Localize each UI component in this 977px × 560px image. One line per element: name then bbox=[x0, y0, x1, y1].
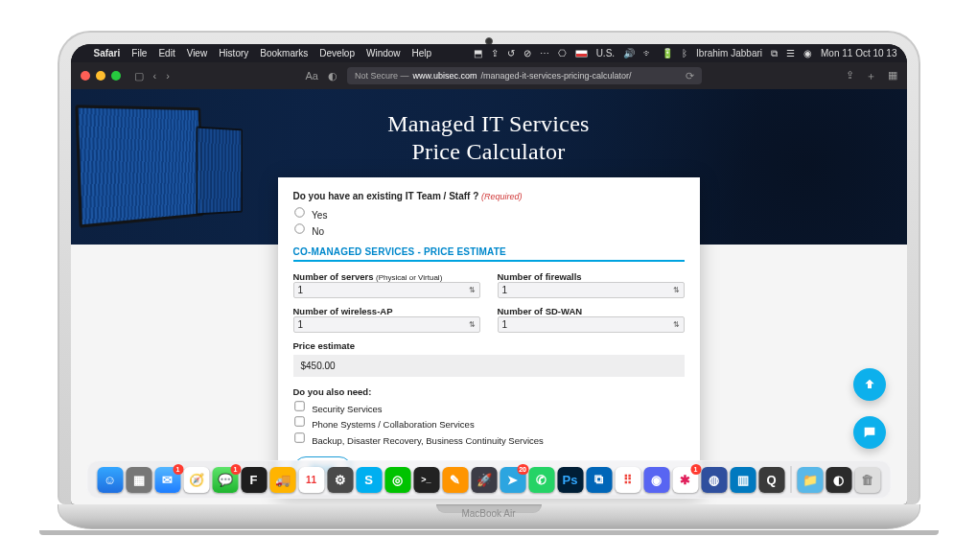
reload-icon[interactable]: ⟳ bbox=[686, 70, 694, 82]
dock-terminal[interactable]: >_ bbox=[413, 467, 439, 493]
dock-figma[interactable]: F bbox=[241, 467, 267, 493]
chevron-updown-icon: ⇅ bbox=[673, 320, 680, 329]
sidebar-toggle-icon[interactable]: ▢ bbox=[134, 70, 144, 82]
menu-window[interactable]: Window bbox=[366, 48, 401, 58]
price-value: $450.00 bbox=[293, 355, 685, 377]
sync-icon[interactable]: ↺ bbox=[507, 48, 515, 58]
window-minimize-button[interactable] bbox=[96, 71, 105, 81]
dock-folder[interactable]: 📁 bbox=[797, 467, 823, 493]
question-it-team: Do you have an existing IT Team / Staff … bbox=[293, 191, 685, 201]
back-button[interactable]: ‹ bbox=[153, 70, 157, 82]
status-icon[interactable]: ⬒ bbox=[474, 48, 482, 58]
dock-telegram[interactable]: ➤20 bbox=[500, 467, 525, 493]
dock-whatsapp[interactable]: ✆ bbox=[528, 467, 554, 493]
shield-icon[interactable]: ◐ bbox=[328, 70, 337, 82]
dock-vscode[interactable]: ⧉ bbox=[586, 467, 612, 493]
dock-launchpad[interactable]: ▦ bbox=[126, 467, 151, 493]
dock-pages[interactable]: ✎ bbox=[442, 467, 468, 493]
chk-backup[interactable]: Backup, Disaster Recovery, Business Cont… bbox=[293, 432, 685, 447]
dock-rocket[interactable]: 🚀 bbox=[471, 467, 497, 493]
status-icon[interactable]: ⎔ bbox=[558, 48, 567, 58]
calculator-card: Do you have an existing IT Team / Staff … bbox=[278, 177, 700, 497]
siri-icon[interactable]: ◉ bbox=[803, 48, 812, 58]
status-icon[interactable]: ⊘ bbox=[523, 48, 531, 58]
control-center-icon[interactable]: ☰ bbox=[786, 48, 795, 58]
dock-trash[interactable]: 🗑 bbox=[854, 467, 880, 493]
sdwan-select[interactable]: 1⇅ bbox=[498, 316, 685, 333]
clock[interactable]: Mon 11 Oct 10 13 bbox=[821, 48, 897, 58]
menu-develop[interactable]: Develop bbox=[319, 48, 355, 58]
badge: 20 bbox=[517, 464, 528, 475]
dock-github[interactable]: ◐ bbox=[826, 467, 851, 493]
radio-no[interactable]: No bbox=[293, 222, 685, 239]
dock-anydesk[interactable]: ⠿ bbox=[615, 467, 640, 493]
menu-bookmarks[interactable]: Bookmarks bbox=[260, 48, 308, 58]
badge: 1 bbox=[690, 464, 701, 475]
dock-mail[interactable]: ✉1 bbox=[154, 467, 180, 493]
required-label: (Required) bbox=[481, 192, 523, 201]
dock-slack[interactable]: ✱1 bbox=[672, 467, 698, 493]
servers-select[interactable]: 1⇅ bbox=[293, 282, 480, 298]
chevron-updown-icon: ⇅ bbox=[469, 286, 476, 294]
menu-help[interactable]: Help bbox=[412, 48, 432, 58]
laptop-label: MacBook Air bbox=[461, 508, 515, 519]
dock-skype[interactable]: S bbox=[356, 467, 382, 493]
input-lang[interactable]: U.S. bbox=[596, 48, 615, 58]
price-label: Price estimate bbox=[293, 340, 685, 351]
page-content: Managed IT Services Price Calculator Do … bbox=[71, 89, 907, 504]
menu-view[interactable]: View bbox=[187, 48, 208, 58]
bluetooth-icon[interactable]: ᛒ bbox=[682, 48, 687, 58]
flag-icon[interactable] bbox=[575, 50, 588, 58]
dock-tweetbot[interactable]: ◍ bbox=[701, 467, 727, 493]
macos-menubar: Safari File Edit View History Bookmarks … bbox=[71, 44, 907, 62]
scroll-top-button[interactable] bbox=[853, 368, 886, 401]
dropbox-icon[interactable]: ⇪ bbox=[491, 48, 499, 58]
dock-safari[interactable]: 🧭 bbox=[183, 467, 209, 493]
url-path: /managed-it-services-pricing-calculator/ bbox=[480, 71, 631, 81]
screen-icon[interactable]: ⧉ bbox=[771, 48, 778, 59]
firewalls-select[interactable]: 1⇅ bbox=[498, 282, 685, 298]
menu-file[interactable]: File bbox=[131, 48, 147, 58]
volume-icon[interactable]: 🔊 bbox=[623, 48, 635, 58]
window-maximize-button[interactable] bbox=[111, 71, 121, 81]
also-need-label: Do you also need: bbox=[293, 386, 685, 397]
dock-discord[interactable]: ◉ bbox=[643, 467, 669, 493]
chat-button[interactable] bbox=[853, 416, 886, 449]
wireless-select[interactable]: 1⇅ bbox=[293, 316, 480, 333]
user-menu[interactable]: Ibrahim Jabbari bbox=[696, 48, 762, 58]
share-icon[interactable]: ⇪ bbox=[846, 69, 854, 83]
not-secure-label: Not Secure — bbox=[355, 71, 409, 81]
window-close-button[interactable] bbox=[81, 71, 90, 81]
dock-photoshop[interactable]: Ps bbox=[557, 467, 583, 493]
dock-finder[interactable]: ☺ bbox=[97, 467, 123, 493]
dock-messages[interactable]: 💬1 bbox=[212, 467, 238, 493]
url-domain: www.ubisec.com bbox=[412, 71, 477, 81]
dock-line[interactable]: ◎ bbox=[384, 467, 410, 493]
dock-transmit[interactable]: 🚚 bbox=[269, 467, 295, 493]
dock-trello[interactable]: ▥ bbox=[730, 467, 756, 493]
radio-yes[interactable]: Yes bbox=[293, 206, 685, 222]
dock-quicktime[interactable]: Q bbox=[758, 467, 784, 493]
forward-button[interactable]: › bbox=[166, 70, 170, 82]
dock-settings[interactable]: ⚙ bbox=[327, 467, 353, 493]
wireless-label: Number of wireless-AP bbox=[293, 306, 393, 316]
wifi-icon[interactable]: ᯤ bbox=[643, 48, 653, 58]
chk-security[interactable]: Security Services bbox=[293, 400, 685, 415]
tabs-overview-icon[interactable]: ▦ bbox=[888, 69, 897, 83]
hero-decor bbox=[75, 105, 203, 227]
url-field[interactable]: Not Secure — www.ubisec.com/managed-it-s… bbox=[347, 67, 702, 84]
new-tab-button[interactable]: ＋ bbox=[866, 69, 876, 83]
firewalls-label: Number of firewalls bbox=[498, 271, 582, 282]
dock-calendar[interactable]: 11 bbox=[298, 467, 324, 493]
chk-phone[interactable]: Phone Systems / Collaboration Services bbox=[293, 415, 685, 431]
hero-decor bbox=[196, 126, 243, 215]
menu-edit[interactable]: Edit bbox=[158, 48, 174, 58]
app-menu[interactable]: Safari bbox=[94, 48, 121, 58]
arrow-up-icon bbox=[862, 377, 877, 392]
section-header: CO-MANAGED SERVICES - PRICE ESTIMATE bbox=[293, 246, 685, 262]
battery-icon[interactable]: 🔋 bbox=[662, 48, 673, 58]
status-icon[interactable]: ⋯ bbox=[540, 48, 549, 58]
servers-label: Number of servers (Physical or Virtual) bbox=[293, 271, 443, 282]
reader-icon[interactable]: Aa bbox=[305, 70, 317, 82]
menu-history[interactable]: History bbox=[219, 48, 248, 58]
